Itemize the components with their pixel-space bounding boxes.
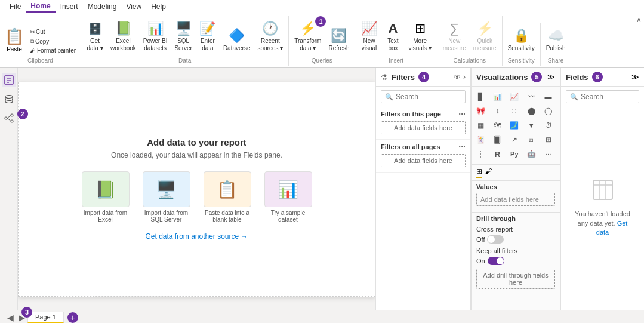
cross-report-toggle[interactable]: Off: [476, 235, 555, 244]
publish-button[interactable]: ☁️ Publish: [543, 25, 569, 54]
viz-py-icon[interactable]: Py: [508, 147, 521, 161]
menu-modeling[interactable]: Modeling: [83, 1, 122, 12]
menu-home[interactable]: Home: [26, 1, 55, 13]
viz-funnel-icon[interactable]: ▼: [525, 119, 538, 132]
ribbon-collapse-button[interactable]: ∧: [636, 16, 642, 24]
viz-more-icon[interactable]: ···: [542, 147, 555, 161]
sensitivity-icon: 🔒: [513, 27, 529, 44]
values-drop-area[interactable]: Add data fields here: [476, 193, 555, 206]
viz-multi-card-icon[interactable]: 🂠: [491, 133, 504, 146]
get-data-link[interactable]: Get data from another source →: [145, 232, 248, 241]
filters-on-all-pages-add[interactable]: Add data fields here: [381, 154, 466, 167]
add-data-subtitle: Once loaded, your data will appear in th…: [111, 151, 282, 159]
paste-label: Paste: [7, 46, 22, 53]
menu-file[interactable]: File: [5, 1, 26, 12]
menu-insert[interactable]: Insert: [56, 1, 83, 12]
svg-rect-0: [5, 76, 13, 84]
viz-column-icon[interactable]: 📊: [491, 90, 504, 103]
canvas-area: Add data to your report Once loaded, you…: [18, 68, 375, 310]
viz-waterfall-icon[interactable]: ↕: [491, 104, 504, 118]
import-sql-label: Import data from SQL Server: [140, 210, 193, 223]
ribbon-group-data: 🗄️ Getdata ▾ 📗 Excelworkbook 📊 Power BId…: [81, 16, 289, 66]
viz-filled-map-icon[interactable]: 🗾: [508, 119, 521, 132]
viz-donut-icon[interactable]: ◯: [542, 104, 555, 118]
new-visual-button[interactable]: 📈 Newvisual: [358, 18, 380, 54]
more-visuals-button[interactable]: ⊞ Morevisuals ▾: [405, 18, 434, 54]
copy-button[interactable]: ⧉ Copy: [27, 37, 78, 45]
viz-slicer-icon[interactable]: ⧈: [525, 133, 538, 146]
import-excel-option[interactable]: 📗 Import data from Excel: [79, 171, 133, 223]
page-1-tab[interactable]: Page 1: [27, 312, 64, 324]
viz-kpi-icon[interactable]: ↗: [508, 133, 521, 146]
viz-r-icon[interactable]: R: [491, 147, 504, 161]
paste-button[interactable]: 📋 Paste: [2, 26, 26, 54]
viz-pie-icon[interactable]: ⬤: [525, 104, 538, 118]
enter-data-icon: 📝: [199, 20, 216, 37]
viz-collapse-icon[interactable]: ≫: [547, 73, 555, 81]
filters-search-icon: 🔍: [385, 93, 393, 101]
more-visuals-icon: ⊞: [412, 20, 429, 37]
fields-empty-text: You haven't loaded any data yet. Get dat…: [571, 210, 634, 237]
paste-data-option[interactable]: 📋 Paste data into a blank table: [201, 171, 254, 223]
format-painter-button[interactable]: 🖌 Format painter: [27, 47, 78, 54]
page-prev-button[interactable]: ◀: [5, 313, 16, 322]
viz-stacked-icon[interactable]: ▬: [542, 90, 555, 103]
filters-search-box[interactable]: 🔍: [381, 90, 466, 103]
filters-eye-icon[interactable]: 👁: [454, 73, 461, 81]
sidebar-report-icon[interactable]: [2, 73, 16, 87]
viz-ai-icon[interactable]: 🤖: [525, 147, 538, 161]
power-bi-datasets-button[interactable]: 📊 Power BIdatasets: [140, 18, 171, 54]
fields-expand-icon[interactable]: ≫: [631, 73, 639, 81]
sample-dataset-option[interactable]: 📊 Try a sample dataset: [261, 171, 315, 223]
viz-treemap-icon[interactable]: ▦: [474, 119, 487, 132]
keep-filters-track[interactable]: [488, 257, 504, 265]
new-measure-button[interactable]: ∑ Newmeasure: [440, 18, 469, 54]
filters-on-page-menu[interactable]: ···: [458, 109, 466, 119]
enter-data-button[interactable]: 📝 Enterdata: [196, 18, 219, 54]
viz-line-icon[interactable]: 📈: [508, 90, 521, 103]
sql-server-button[interactable]: 🖥️ SQLServer: [171, 18, 195, 54]
viz-ribbon-icon[interactable]: 🎀: [474, 104, 487, 118]
filters-search-input[interactable]: [396, 93, 461, 101]
transform-data-button[interactable]: ⚡ Transformdata ▾ 1: [291, 18, 324, 54]
filters-header: ⚗ Filters 4 👁 ›: [376, 68, 470, 87]
refresh-button[interactable]: 🔄 Refresh: [325, 25, 352, 54]
filters-on-page-title: Filters on this page: [381, 110, 441, 118]
filters-expand-icon[interactable]: ›: [463, 73, 466, 81]
keep-filters-toggle[interactable]: On: [476, 257, 555, 265]
import-sql-option[interactable]: 🖥️ Import data from SQL Server: [140, 171, 193, 223]
filters-on-all-pages-menu[interactable]: ···: [458, 142, 466, 152]
menu-help[interactable]: Help: [146, 1, 171, 12]
quick-measure-button[interactable]: ⚡ Quickmeasure: [470, 18, 500, 54]
fields-search-input[interactable]: [581, 93, 635, 101]
filters-on-page-add[interactable]: Add data fields here: [381, 121, 466, 134]
viz-icons-grid: ▊ 📊 📈 〰 ▬ 🎀 ↕ ∷ ⬤ ◯ ▦ 🗺 🗾 ▼ ⏱ 🃏 🂠 ↗ ⧈ ⊞ …: [472, 87, 560, 164]
cut-button[interactable]: ✂ Cut: [27, 28, 78, 36]
dataverse-button[interactable]: 🔷 Dataverse: [220, 25, 254, 54]
format-visual-tab[interactable]: 🖌: [485, 167, 492, 178]
svg-point-6: [11, 114, 13, 116]
fields-search-box[interactable]: 🔍: [566, 90, 639, 103]
viz-map-icon[interactable]: 🗺: [491, 119, 504, 132]
text-box-button[interactable]: A Textbox: [381, 18, 404, 54]
sidebar-data-icon[interactable]: [2, 92, 16, 106]
menu-view[interactable]: View: [121, 1, 146, 12]
viz-area-icon[interactable]: 〰: [525, 90, 538, 103]
drill-add-btn[interactable]: Add drill-through fields here: [476, 269, 555, 289]
viz-matrix-icon[interactable]: ⋮: [474, 147, 487, 161]
viz-card-icon[interactable]: 🃏: [474, 133, 487, 146]
sidebar-model-icon[interactable]: [2, 111, 16, 125]
recent-sources-button[interactable]: 🕐 Recentsources ▾: [254, 18, 286, 54]
insert-group-label: Insert: [355, 56, 436, 64]
excel-workbook-button[interactable]: 📗 Excelworkbook: [107, 18, 139, 54]
sensitivity-button[interactable]: 🔒 Sensitivity: [505, 25, 538, 54]
build-visual-tab[interactable]: ⊞: [476, 167, 482, 178]
add-page-button[interactable]: +: [67, 312, 78, 323]
viz-scatter-icon[interactable]: ∷: [508, 104, 521, 118]
viz-bar-icon[interactable]: ▊: [474, 90, 487, 103]
viz-table-icon[interactable]: ⊞: [542, 133, 555, 146]
get-data-button[interactable]: 🗄️ Getdata ▾: [84, 18, 106, 54]
viz-gauge-icon[interactable]: ⏱: [542, 119, 555, 132]
sample-dataset-label: Try a sample dataset: [261, 210, 315, 223]
cross-report-track[interactable]: [487, 235, 504, 244]
